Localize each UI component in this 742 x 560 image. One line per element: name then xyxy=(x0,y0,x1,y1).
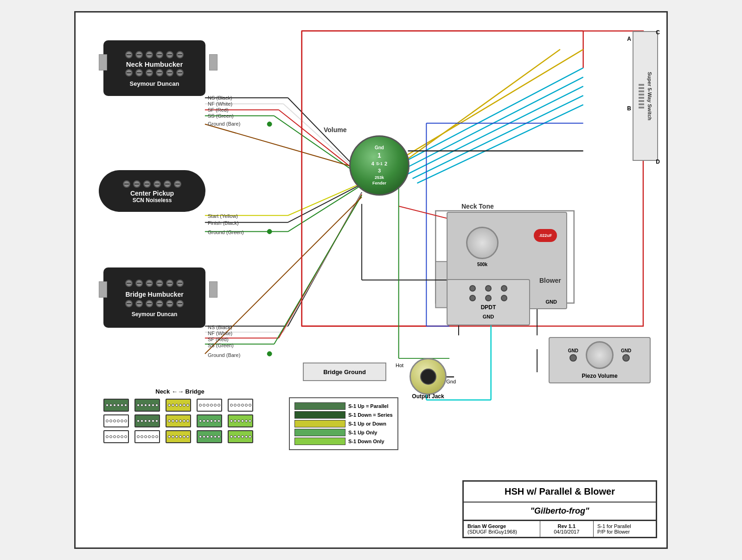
switch-label-b: B xyxy=(627,105,631,112)
mini-pickup xyxy=(197,430,222,443)
screw xyxy=(135,69,143,76)
switch-label-c: C xyxy=(656,29,660,36)
diagram-container: Neck Humbucker Seymour Duncan NS (Black)… xyxy=(74,11,668,549)
screw xyxy=(176,51,184,58)
title-footer: Brian W George (SDUGF BriGuy1968) Rev 1.… xyxy=(464,521,656,537)
svg-line-31 xyxy=(403,77,583,169)
svg-line-33 xyxy=(413,95,583,178)
hot-label: Hot xyxy=(396,363,403,368)
mini-pickup xyxy=(103,430,129,443)
screw xyxy=(133,180,141,188)
center-pickup: Center Pickup SCN Noiseless xyxy=(99,170,205,212)
dpdt-contact xyxy=(485,295,492,301)
piezo-contact xyxy=(569,354,577,362)
screw xyxy=(156,51,163,58)
pot-label-3: 3 xyxy=(371,167,387,174)
bracket-right-bridge xyxy=(209,281,217,298)
svg-point-19 xyxy=(267,229,272,234)
blower-label: Blower xyxy=(539,277,561,284)
tone-pot: 500k xyxy=(466,227,499,259)
screw xyxy=(125,280,133,287)
screw xyxy=(135,51,143,58)
wire-label-finish: Finish (Black) xyxy=(208,220,239,226)
mini-pickup xyxy=(228,399,253,412)
nb-legend-section: Neck ←→ Bridge xyxy=(103,388,256,443)
dpdt-contact xyxy=(485,285,492,292)
pickup-grid-bot xyxy=(103,430,256,443)
legend-item-1: S-1 Up = Parallel xyxy=(294,402,393,410)
screw xyxy=(156,69,163,76)
output-jack xyxy=(409,358,447,395)
screw xyxy=(146,69,153,76)
dpdt-contact xyxy=(501,295,507,301)
title-box: HSH w/ Parallel & Blower "Gilberto-frog"… xyxy=(462,480,657,538)
note1: S-1 for Parallel xyxy=(597,523,652,529)
bracket-left-bridge xyxy=(99,281,107,298)
piezo-section: GND GND Piezo Volume xyxy=(549,337,651,383)
screw xyxy=(125,69,133,76)
screw xyxy=(166,280,173,287)
bridge-humbucker-label: Bridge Humbucker xyxy=(125,291,183,298)
jack-center xyxy=(420,369,436,385)
screw xyxy=(135,300,143,307)
screw xyxy=(166,69,173,76)
legend-color-5 xyxy=(294,438,345,445)
legend-item-4: S-1 Up Only xyxy=(294,429,393,436)
legend-item-3: S-1 Up or Down xyxy=(294,420,393,427)
screw xyxy=(125,300,133,307)
pickup-grid-top xyxy=(103,399,256,412)
output-jack-section: Gnd Output Jack Hot xyxy=(409,358,447,395)
svg-point-12 xyxy=(267,122,272,127)
piezo-gnd-l: GND xyxy=(568,348,578,353)
dpdt-contact xyxy=(501,285,507,292)
wire-label-gnd-bridge: Ground (Bare) xyxy=(208,352,240,358)
dpdt-switch: DPDT GND xyxy=(447,279,530,325)
mini-pickup xyxy=(228,430,253,443)
mini-pickup xyxy=(197,414,222,427)
bridge-ground-box: Bridge Ground xyxy=(303,363,386,381)
screw xyxy=(156,300,163,307)
neck-humbucker-brand: Seymour Duncan xyxy=(130,80,179,87)
wire-label-nf: NF (White) xyxy=(208,101,232,107)
pot-s1-label: S-1 xyxy=(376,161,383,167)
neck-humbucker: Neck Humbucker Seymour Duncan xyxy=(103,40,205,96)
legend-color-4 xyxy=(294,429,345,436)
bracket-left-neck xyxy=(99,54,107,70)
pot-gnd-label: Gnd xyxy=(371,145,387,151)
dpdt-contact xyxy=(469,285,476,292)
bridge-humbucker-brand: Seymour Duncan xyxy=(132,311,178,318)
pot-brand-label: Fender xyxy=(371,180,387,186)
piezo-contact xyxy=(622,354,630,362)
gnd-jack: Gnd xyxy=(446,379,456,384)
svg-line-14 xyxy=(288,183,362,216)
pickup-grid-mid xyxy=(103,414,256,427)
pot-label-4: 4 xyxy=(371,160,374,167)
switch-label-d: D xyxy=(656,159,660,165)
legend-label-4: S-1 Up Only xyxy=(348,430,377,435)
legend-color-2 xyxy=(294,411,345,419)
svg-line-18 xyxy=(288,185,362,231)
nb-legend-label: Neck ←→ Bridge xyxy=(103,388,256,395)
screw xyxy=(146,51,153,58)
wire-label-ns: NS (Black) xyxy=(208,95,232,101)
author-name: Brian W George xyxy=(467,523,536,529)
screw xyxy=(176,300,184,307)
screw xyxy=(176,280,184,287)
gnd-right: GND xyxy=(546,299,557,305)
svg-line-23 xyxy=(283,193,362,332)
screw xyxy=(135,280,143,287)
color-legend: S-1 Up = Parallel S-1 Down = Series S-1 … xyxy=(289,397,398,450)
center-pickup-label: Center Pickup xyxy=(130,190,174,197)
legend-item-2: S-1 Down = Series xyxy=(294,411,393,419)
svg-line-27 xyxy=(274,195,362,344)
screw xyxy=(174,180,181,188)
pot-label-1: 1 xyxy=(371,151,387,160)
screw xyxy=(166,300,173,307)
title-sub: "Gilberto-frog" xyxy=(464,503,656,521)
footer-rev: Rev 1.1 04/10/2017 xyxy=(540,521,594,537)
mini-pickup xyxy=(166,399,191,412)
mini-pickup xyxy=(134,399,160,412)
output-jack-label: Output Jack xyxy=(412,393,444,400)
wire-label-nf-bridge: NF (White) xyxy=(208,331,232,336)
footer-author: Brian W George (SDUGF BriGuy1968) xyxy=(464,521,540,537)
